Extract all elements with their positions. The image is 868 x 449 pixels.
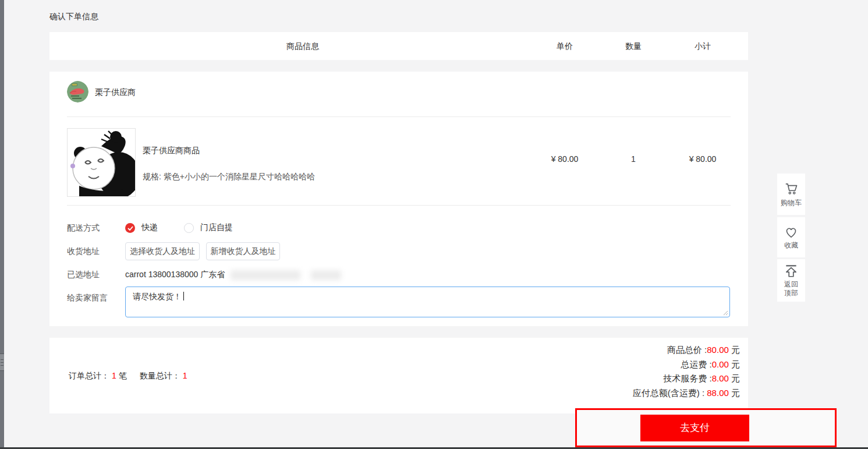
selected-address-label: 已选地址: [67, 270, 100, 280]
product-image[interactable]: [67, 128, 136, 197]
favorites-label: 收藏: [782, 241, 800, 250]
delivery-method-options: 快递 门店自提: [125, 219, 233, 236]
order-confirm-page: 确认下单信息 商品信息 单价 数量 小计 栗子供应商: [0, 0, 868, 449]
floating-cart-button[interactable]: 购物车: [777, 174, 805, 215]
summary-line-shipping-fee: 总运费 :0.00 元: [633, 358, 740, 372]
product-quantity: 1: [598, 153, 668, 165]
quantity-total-label: 数量总计：: [140, 371, 180, 380]
column-header-subtotal: 小计: [668, 32, 738, 60]
store-name: 栗子供应商: [95, 87, 136, 98]
radio-store-pickup[interactable]: 门店自提: [184, 222, 233, 233]
order-table-header: 商品信息 单价 数量 小计: [49, 32, 748, 60]
quantity-total-value: 1: [183, 371, 187, 380]
radio-express[interactable]: 快递: [125, 222, 158, 233]
divider: [67, 116, 731, 117]
cart-icon: [784, 181, 799, 196]
price-summary: 商品总价 :80.00 元 总运费 :0.00 元 技术服务费 :8.00 元 …: [633, 343, 740, 401]
radio-store-pickup-label[interactable]: 门店自提: [200, 222, 233, 233]
selected-address-value: carrot 13800138000 广东省: [125, 268, 341, 280]
back-to-top-label: 返回顶部: [782, 280, 800, 298]
order-card: 栗子供应商 栗子供应商商品 规格: 紫色+小: [49, 72, 748, 326]
message-text: 请尽快发货！: [133, 292, 182, 301]
column-header-unit-price: 单价: [530, 32, 600, 60]
address-redacted-block: [231, 270, 300, 280]
window-edge-strip: [0, 0, 4, 449]
product-spec: 规格: 紫色+小小的一个消除星星尺寸哈哈哈哈哈: [143, 172, 315, 182]
product-subtotal: ¥ 80.00: [668, 153, 738, 165]
product-unit-price: ¥ 80.00: [530, 153, 600, 165]
summary-line-payable-total: 应付总额(含运费) : 88.00 元: [633, 386, 740, 401]
summary-line-service-fee: 技术服务费 :8.00 元: [633, 372, 740, 386]
address-redacted-block: [311, 270, 341, 280]
summary-card: 订单总计：1笔数量总计：1 商品总价 :80.00 元 总运费 :0.00 元 …: [49, 338, 748, 413]
order-totals: 订单总计：1笔数量总计：1: [69, 367, 190, 384]
page-title: 确认下单信息: [49, 12, 98, 22]
radio-express-label[interactable]: 快递: [141, 222, 158, 233]
radio-unchecked-icon[interactable]: [184, 223, 194, 233]
window-edge-grip-icon: [0, 353, 4, 371]
select-address-button[interactable]: 选择收货人及地址: [125, 242, 200, 260]
store-avatar: [67, 81, 88, 102]
order-total-unit: 笔: [119, 371, 127, 380]
text-caret: [183, 292, 184, 300]
column-header-quantity: 数量: [598, 32, 668, 60]
product-name: 栗子供应商商品: [143, 146, 200, 156]
selected-address-text: carrot 13800138000 广东省: [125, 270, 225, 279]
order-total-label: 订单总计：: [69, 371, 109, 380]
order-total-value: 1: [112, 371, 116, 380]
back-to-top-button[interactable]: 返回顶部: [777, 259, 805, 302]
cart-label: 购物车: [780, 199, 803, 207]
floating-favorites-button[interactable]: 收藏: [777, 217, 805, 257]
add-address-button[interactable]: 新增收货人及地址: [206, 242, 280, 260]
column-header-product-info: 商品信息: [49, 32, 556, 60]
delivery-method-label: 配送方式: [67, 223, 100, 234]
radio-checked-icon[interactable]: [125, 223, 135, 233]
pay-button[interactable]: 去支付: [640, 415, 749, 441]
back-to-top-icon: [784, 264, 799, 278]
shipping-address-label: 收货地址: [67, 246, 100, 257]
heart-icon: [784, 225, 799, 239]
resize-grip-icon[interactable]: [722, 310, 728, 316]
summary-line-goods-total: 商品总价 :80.00 元: [633, 343, 740, 358]
divider: [67, 205, 731, 206]
message-textarea[interactable]: 请尽快发货！: [125, 287, 730, 317]
seller-message-label: 给卖家留言: [67, 293, 108, 303]
